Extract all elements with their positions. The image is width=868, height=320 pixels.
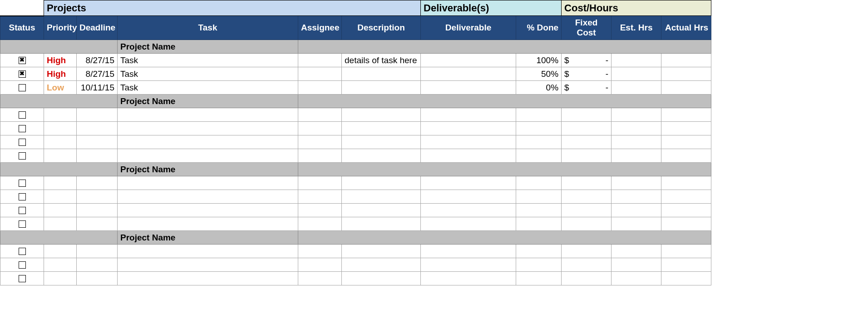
deliverable-cell[interactable]: [421, 272, 516, 285]
fixed-cost-cell[interactable]: [562, 272, 612, 285]
deadline-cell[interactable]: [77, 135, 118, 149]
fixed-cost-cell[interactable]: [562, 258, 612, 272]
description-cell[interactable]: [342, 217, 421, 231]
fixed-cost-cell[interactable]: [562, 176, 612, 190]
fixed-cost-cell[interactable]: [562, 204, 612, 217]
task-cell[interactable]: [118, 176, 298, 190]
description-cell[interactable]: [342, 67, 421, 81]
priority-cell[interactable]: Low: [44, 81, 77, 95]
pct-done-cell[interactable]: [516, 258, 562, 272]
deadline-cell[interactable]: [77, 176, 118, 190]
actual-hrs-cell[interactable]: [661, 204, 711, 217]
checkbox-empty-icon[interactable]: [19, 139, 26, 146]
priority-cell[interactable]: [44, 108, 77, 122]
description-cell[interactable]: [342, 204, 421, 217]
est-hrs-cell[interactable]: [612, 135, 661, 149]
status-cell[interactable]: [0, 258, 44, 272]
checkbox-checked-icon[interactable]: ✖: [19, 57, 26, 64]
checkbox-empty-icon[interactable]: [19, 261, 26, 269]
priority-cell[interactable]: [44, 190, 77, 204]
priority-cell[interactable]: [44, 122, 77, 135]
status-cell[interactable]: [0, 81, 44, 95]
checkbox-empty-icon[interactable]: [19, 193, 26, 200]
deadline-cell[interactable]: 8/27/15: [77, 54, 118, 67]
checkbox-empty-icon[interactable]: [19, 275, 26, 282]
assignee-cell[interactable]: [298, 272, 342, 285]
assignee-cell[interactable]: [298, 149, 342, 163]
assignee-cell[interactable]: [298, 204, 342, 217]
actual-hrs-cell[interactable]: [661, 149, 711, 163]
pct-done-cell[interactable]: [516, 217, 562, 231]
deadline-cell[interactable]: [77, 245, 118, 258]
deliverable-cell[interactable]: [421, 135, 516, 149]
status-cell[interactable]: [0, 108, 44, 122]
est-hrs-cell[interactable]: [612, 272, 661, 285]
est-hrs-cell[interactable]: [612, 204, 661, 217]
task-cell[interactable]: [118, 135, 298, 149]
assignee-cell[interactable]: [298, 245, 342, 258]
pct-done-cell[interactable]: [516, 245, 562, 258]
deliverable-cell[interactable]: [421, 108, 516, 122]
status-cell[interactable]: [0, 122, 44, 135]
priority-cell[interactable]: [44, 135, 77, 149]
description-cell[interactable]: [342, 190, 421, 204]
est-hrs-cell[interactable]: [612, 217, 661, 231]
est-hrs-cell[interactable]: [612, 67, 661, 81]
deliverable-cell[interactable]: [421, 122, 516, 135]
deadline-cell[interactable]: [77, 190, 118, 204]
deliverable-cell[interactable]: [421, 149, 516, 163]
est-hrs-cell[interactable]: [612, 245, 661, 258]
checkbox-empty-icon[interactable]: [19, 248, 26, 255]
deadline-cell[interactable]: [77, 108, 118, 122]
deadline-cell[interactable]: [77, 217, 118, 231]
assignee-cell[interactable]: [298, 108, 342, 122]
pct-done-cell[interactable]: [516, 122, 562, 135]
pct-done-cell[interactable]: 50%: [516, 67, 562, 81]
deliverable-cell[interactable]: [421, 54, 516, 67]
priority-cell[interactable]: [44, 149, 77, 163]
est-hrs-cell[interactable]: [612, 176, 661, 190]
description-cell[interactable]: [342, 149, 421, 163]
task-cell[interactable]: [118, 122, 298, 135]
deadline-cell[interactable]: 8/27/15: [77, 67, 118, 81]
task-cell[interactable]: [118, 108, 298, 122]
fixed-cost-cell[interactable]: [562, 217, 612, 231]
description-cell[interactable]: details of task here: [342, 54, 421, 67]
description-cell[interactable]: [342, 122, 421, 135]
est-hrs-cell[interactable]: [612, 108, 661, 122]
priority-cell[interactable]: [44, 258, 77, 272]
actual-hrs-cell[interactable]: [661, 135, 711, 149]
deliverable-cell[interactable]: [421, 67, 516, 81]
fixed-cost-cell[interactable]: [562, 190, 612, 204]
checkbox-checked-icon[interactable]: ✖: [19, 70, 26, 78]
description-cell[interactable]: [342, 135, 421, 149]
deliverable-cell[interactable]: [421, 217, 516, 231]
task-cell[interactable]: Task: [118, 81, 298, 95]
deadline-cell[interactable]: [77, 204, 118, 217]
status-cell[interactable]: ✖: [0, 67, 44, 81]
checkbox-empty-icon[interactable]: [19, 125, 26, 132]
deliverable-cell[interactable]: [421, 176, 516, 190]
description-cell[interactable]: [342, 272, 421, 285]
actual-hrs-cell[interactable]: [661, 108, 711, 122]
checkbox-empty-icon[interactable]: [19, 84, 26, 91]
status-cell[interactable]: [0, 135, 44, 149]
task-cell[interactable]: [118, 204, 298, 217]
priority-cell[interactable]: [44, 272, 77, 285]
est-hrs-cell[interactable]: [612, 258, 661, 272]
fixed-cost-cell[interactable]: [562, 245, 612, 258]
status-cell[interactable]: [0, 176, 44, 190]
assignee-cell[interactable]: [298, 176, 342, 190]
actual-hrs-cell[interactable]: [661, 258, 711, 272]
task-cell[interactable]: [118, 149, 298, 163]
status-cell[interactable]: ✖: [0, 54, 44, 67]
deliverable-cell[interactable]: [421, 258, 516, 272]
deadline-cell[interactable]: [77, 272, 118, 285]
deliverable-cell[interactable]: [421, 245, 516, 258]
description-cell[interactable]: [342, 245, 421, 258]
checkbox-empty-icon[interactable]: [19, 180, 26, 187]
fixed-cost-cell[interactable]: [562, 135, 612, 149]
assignee-cell[interactable]: [298, 135, 342, 149]
status-cell[interactable]: [0, 217, 44, 231]
checkbox-empty-icon[interactable]: [19, 220, 26, 228]
